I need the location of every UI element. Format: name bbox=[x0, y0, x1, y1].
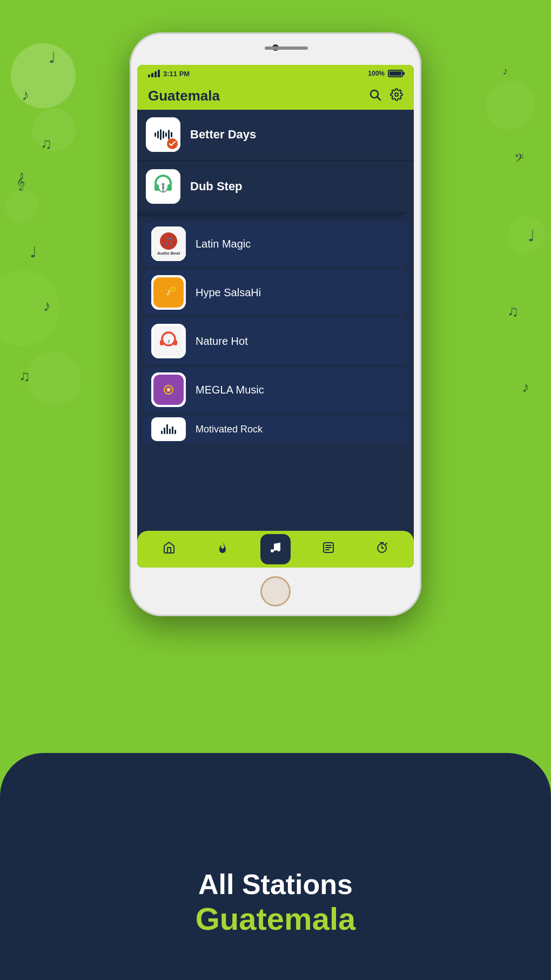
settings-icon[interactable] bbox=[390, 88, 403, 104]
station-logo-better-days bbox=[146, 117, 180, 152]
phone-screen: 3:11 PM 100% Guatemala bbox=[137, 65, 414, 568]
station-name-better-days: Better Days bbox=[190, 128, 256, 142]
svg-point-9 bbox=[162, 183, 165, 186]
bottom-nav bbox=[137, 531, 414, 568]
station-name-nature-hot: Nature Hot bbox=[196, 335, 248, 348]
station-logo-megla-music bbox=[151, 372, 186, 407]
svg-rect-4 bbox=[154, 184, 159, 191]
station-name-dub-step: Dub Step bbox=[190, 179, 243, 194]
svg-rect-17 bbox=[160, 340, 164, 345]
station-name-hype-salsahi: Hype SalsaHi bbox=[196, 286, 261, 299]
station-name-motivated-rock: Motivated Rock bbox=[196, 424, 263, 435]
nav-item-music[interactable] bbox=[260, 534, 291, 564]
list-item[interactable]: Better Days bbox=[137, 110, 414, 159]
station-logo-hype-salsahi: ♪ ✦ bbox=[151, 275, 186, 310]
list-item[interactable]: MEGLA Music bbox=[143, 367, 408, 412]
list-item[interactable]: Motivated Rock bbox=[143, 416, 408, 443]
svg-point-2 bbox=[395, 93, 398, 96]
home-icon bbox=[163, 541, 176, 557]
svg-line-1 bbox=[378, 97, 381, 100]
phone-speaker bbox=[265, 46, 308, 50]
bottom-dark-section bbox=[0, 753, 551, 980]
station-name-latin-magic: Latin Magic bbox=[196, 238, 251, 250]
highlighted-section: Better Days bbox=[137, 110, 414, 217]
list-item[interactable]: Dub Step bbox=[137, 162, 414, 211]
svg-point-24 bbox=[271, 549, 274, 552]
station-logo-dub-step bbox=[146, 169, 180, 204]
nav-item-playlist[interactable] bbox=[313, 534, 344, 564]
phone-home-button[interactable] bbox=[260, 576, 291, 606]
bottom-text-area: All Stations Guatemala bbox=[0, 868, 551, 937]
signal-bars bbox=[148, 70, 160, 77]
search-icon[interactable] bbox=[368, 88, 381, 104]
list-item[interactable]: ♪ Nature Hot bbox=[143, 318, 408, 364]
svg-line-32 bbox=[386, 543, 387, 544]
svg-rect-8 bbox=[162, 185, 164, 190]
playlist-icon bbox=[322, 541, 335, 557]
svg-point-25 bbox=[277, 548, 280, 551]
nav-item-home[interactable] bbox=[154, 534, 184, 564]
list-item[interactable]: 🎵 Audio Beat Latin Magic bbox=[143, 221, 408, 266]
svg-rect-18 bbox=[173, 340, 177, 345]
station-logo-nature-hot: ♪ bbox=[151, 324, 186, 358]
svg-text:✦: ✦ bbox=[171, 287, 175, 292]
station-logo-latin-magic: 🎵 Audio Beat bbox=[151, 226, 186, 261]
svg-text:♪: ♪ bbox=[166, 286, 171, 297]
timer-icon bbox=[375, 541, 388, 557]
fire-icon bbox=[217, 541, 229, 557]
battery-percent: 100% bbox=[368, 70, 385, 77]
nav-item-timer[interactable] bbox=[367, 534, 397, 564]
svg-rect-11 bbox=[161, 191, 165, 192]
list-item[interactable]: ♪ ✦ Hype SalsaHi bbox=[143, 270, 408, 315]
app-title: Guatemala bbox=[148, 88, 220, 104]
all-stations-label: All Stations bbox=[0, 868, 551, 901]
guatemala-label: Guatemala bbox=[0, 901, 551, 937]
battery-icon bbox=[388, 70, 403, 77]
svg-text:♪: ♪ bbox=[167, 337, 170, 345]
nav-item-trending[interactable] bbox=[207, 534, 238, 564]
music-note-icon bbox=[269, 541, 282, 557]
svg-rect-5 bbox=[167, 184, 172, 191]
phone-frame: 3:11 PM 100% Guatemala bbox=[130, 32, 421, 616]
status-time: 3:11 PM bbox=[163, 70, 190, 78]
status-bar: 3:11 PM 100% bbox=[137, 65, 414, 82]
station-name-megla-music: MEGLA Music bbox=[196, 384, 264, 396]
svg-point-23 bbox=[167, 389, 170, 391]
station-list: Better Days bbox=[137, 110, 414, 568]
app-header: Guatemala bbox=[137, 82, 414, 110]
